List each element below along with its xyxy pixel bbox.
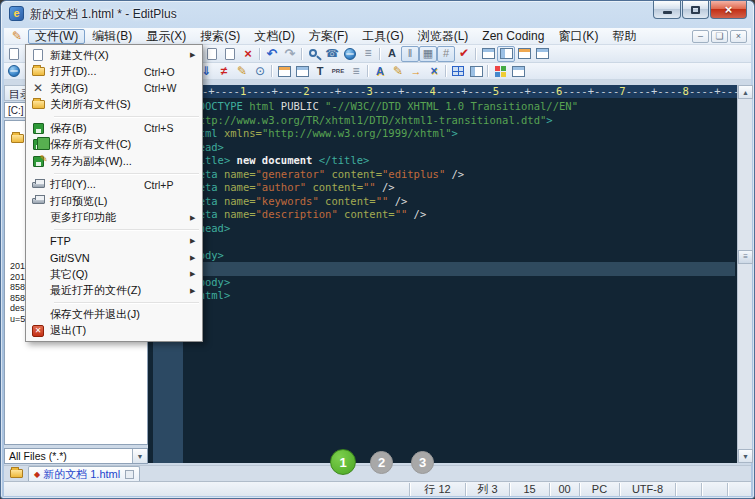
minimize-button[interactable] — [653, 1, 681, 19]
menu-3[interactable]: 搜索(S) — [193, 29, 247, 44]
bars-icon[interactable]: ‖ — [401, 46, 419, 62]
xcolor-icon[interactable]: × — [425, 63, 443, 79]
menu-item-label: 新建文件(X) — [50, 48, 109, 63]
menu-separator — [26, 170, 202, 177]
winlogo-icon[interactable] — [491, 63, 509, 79]
globe-icon[interactable] — [5, 63, 23, 79]
file-menu-item-11[interactable]: 更多打印功能▶ — [26, 210, 202, 227]
file-menu-item-5[interactable]: 保存(B)Ctrl+S — [26, 120, 202, 137]
gridtb-icon[interactable]: ▦ — [419, 46, 437, 62]
new-page-icon[interactable] — [5, 46, 23, 62]
compass-icon[interactable]: ⊙ — [251, 63, 269, 79]
indent-icon[interactable]: ≡ — [359, 46, 377, 62]
frame2-icon[interactable] — [293, 63, 311, 79]
mdi-close-button[interactable]: × — [730, 30, 747, 43]
redo-icon[interactable]: ↷ — [281, 46, 299, 62]
menu-separator — [26, 299, 202, 306]
mdi-restore-button[interactable]: ❏ — [711, 30, 728, 43]
menu-1[interactable]: 编辑(B) — [85, 29, 139, 44]
folder-icon — [11, 132, 24, 146]
menu-item-shortcut: Ctrl+S — [144, 122, 190, 134]
special-icon[interactable]: # — [437, 46, 455, 62]
document-pencil-icon: ✎ — [9, 29, 25, 43]
vertical-scrollbar[interactable]: ▲ ≡ ▼ — [737, 85, 752, 463]
globe-edit-icon[interactable] — [341, 46, 359, 62]
file-menu-item-10[interactable]: 打印预览(L) — [26, 193, 202, 210]
menu-7[interactable]: 浏览器(L) — [411, 29, 476, 44]
toolbar-separator — [257, 47, 263, 61]
file-menu-item-0[interactable]: 新建文件(X)▶ — [26, 47, 202, 64]
tab-folder-icon[interactable] — [7, 467, 25, 481]
menu-4[interactable]: 文档(D) — [247, 29, 302, 44]
fontA-icon[interactable]: A — [383, 46, 401, 62]
panel2-icon[interactable] — [497, 46, 515, 62]
title-bar[interactable]: e 新的文档 1.html * - EditPlus — [0, 0, 755, 27]
document-tab[interactable]: ◆ 新的文档 1.html — [28, 466, 140, 481]
maximize-button[interactable] — [682, 1, 709, 19]
file-filter-select[interactable]: All Files (*.*) ▼ — [4, 448, 148, 464]
frame3-icon[interactable] — [467, 63, 485, 79]
menu-10[interactable]: 帮助 — [605, 29, 643, 44]
menu-bar: ✎ 文件(W)编辑(B)显示(X)搜索(S)文档(D)方案(F)工具(G)浏览器… — [4, 28, 751, 45]
pre-icon[interactable]: PRE — [329, 63, 347, 79]
file-menu-item-9[interactable]: 打印(Y)...Ctrl+P — [26, 177, 202, 194]
check-icon[interactable]: ✔ — [455, 46, 473, 62]
file-menu-item-1[interactable]: 打开(D)...Ctrl+O — [26, 64, 202, 81]
file-menu-item-7[interactable]: 另存为副本(W)... — [26, 153, 202, 170]
scroll-up-icon[interactable]: ▲ — [738, 85, 753, 99]
frame4-icon[interactable] — [509, 63, 527, 79]
file-menu-item-16[interactable]: 最近打开的文件(Z)▶ — [26, 283, 202, 300]
menu-0[interactable]: 文件(W) — [28, 29, 85, 44]
file-menu-item-6[interactable]: 保存所有文件(C) — [26, 137, 202, 154]
code-area[interactable]: <!DOCTYPE html PUBLIC "-//W3C//DTD XHTML… — [148, 100, 737, 463]
arrow-icon[interactable]: → — [407, 63, 425, 79]
neq-icon[interactable]: ≠ — [215, 63, 233, 79]
delete-icon[interactable]: × — [239, 46, 257, 62]
file-menu-item-13[interactable]: FTP▶ — [26, 233, 202, 250]
file-menu-item-2[interactable]: ✕关闭(G)Ctrl+W — [26, 80, 202, 97]
menu-item-shortcut: Ctrl+O — [144, 66, 190, 78]
saveall-icon — [26, 139, 50, 150]
menu-8[interactable]: Zen Coding — [475, 29, 551, 44]
scroll-down-icon[interactable]: ▼ — [738, 449, 753, 463]
menu-9[interactable]: 窗口(K) — [551, 29, 605, 44]
status-empty-1 — [675, 483, 701, 496]
code-editor[interactable]: ----+----1----+----2----+----3----+----4… — [148, 85, 737, 463]
file-menu-item-3[interactable]: 关闭所有文件(S) — [26, 97, 202, 114]
frame1-icon[interactable] — [275, 63, 293, 79]
panel4-icon[interactable] — [533, 46, 551, 62]
status-empty-3 — [727, 483, 751, 496]
menu-item-label: 关闭所有文件(S) — [50, 97, 131, 112]
closeall-icon — [26, 100, 50, 109]
mag-icon[interactable] — [305, 46, 323, 62]
scrollbar-thumb[interactable]: ≡ — [738, 250, 753, 264]
pencil-icon[interactable]: ✎ — [233, 63, 251, 79]
saveas-icon — [26, 156, 50, 167]
Acolor-icon[interactable]: A — [371, 63, 389, 79]
page-icon[interactable] — [221, 46, 239, 62]
undo-icon[interactable]: ↶ — [263, 46, 281, 62]
file-menu-item-14[interactable]: Git/SVN▶ — [26, 250, 202, 267]
preview-icon — [26, 198, 50, 204]
menu-item-label: 另存为副本(W)... — [50, 154, 132, 169]
Ticon-icon[interactable]: T — [311, 63, 329, 79]
menu-item-label: 保存(B) — [50, 121, 87, 136]
file-menu-item-15[interactable]: 其它(Q)▶ — [26, 266, 202, 283]
status-empty-2 — [701, 483, 727, 496]
panel1-icon[interactable] — [479, 46, 497, 62]
copy-gray-icon[interactable] — [203, 46, 221, 62]
menu-separator — [26, 226, 202, 233]
mdi-minimize-button[interactable]: – — [692, 30, 709, 43]
close-button[interactable]: × — [710, 1, 747, 19]
pencil2-icon[interactable]: ✎ — [389, 63, 407, 79]
table-icon[interactable] — [449, 63, 467, 79]
code-line-15: </html> — [186, 289, 735, 303]
menu-5[interactable]: 方案(F) — [302, 29, 355, 44]
phone-icon[interactable]: ☎ — [323, 46, 341, 62]
panel3-icon[interactable] — [515, 46, 533, 62]
menu-2[interactable]: 显示(X) — [139, 29, 193, 44]
file-menu-item-19[interactable]: ✕退出(T) — [26, 323, 202, 340]
menu-6[interactable]: 工具(G) — [355, 29, 410, 44]
file-menu-item-18[interactable]: 保存文件并退出(J) — [26, 306, 202, 323]
list-icon[interactable]: ≡ — [347, 63, 365, 79]
